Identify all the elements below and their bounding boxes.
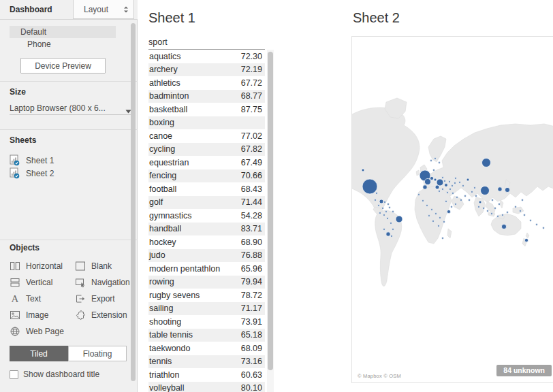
map-bubble[interactable] <box>460 199 462 201</box>
map-bubble[interactable] <box>492 199 494 201</box>
tab-dashboard[interactable]: Dashboard <box>10 5 52 14</box>
map-bubble[interactable] <box>428 215 430 217</box>
map-bubble[interactable] <box>379 199 383 203</box>
map-bubble[interactable] <box>483 208 485 210</box>
map-bubble[interactable] <box>442 238 444 240</box>
table-row[interactable]: rowing79.94 <box>148 276 265 289</box>
unknown-count-badge[interactable]: 84 unknown <box>496 365 552 376</box>
table-row[interactable]: taekwondo68.09 <box>148 342 265 355</box>
object-webpage[interactable]: Web Page <box>10 325 64 338</box>
map-bubble[interactable] <box>424 178 430 184</box>
sidebar-item-sheet1[interactable]: Sheet 1 <box>10 154 125 167</box>
sidebar-item-sheet2[interactable]: Sheet 2 <box>10 167 125 180</box>
sidebar-scrollbar-thumb[interactable] <box>131 23 136 381</box>
map-bubble[interactable] <box>530 220 532 222</box>
table-row[interactable]: equestrian67.49 <box>148 156 265 169</box>
floating-button[interactable]: Floating <box>68 346 127 361</box>
map-bubble[interactable] <box>439 217 441 219</box>
map-bubble[interactable] <box>474 187 476 189</box>
object-export[interactable]: Export <box>75 292 115 306</box>
object-image[interactable]: Image <box>10 308 48 322</box>
table-row[interactable]: gymnastics54.28 <box>148 209 265 223</box>
map-bubble[interactable] <box>455 203 457 206</box>
map-bubble[interactable] <box>471 191 473 193</box>
map-bubble[interactable] <box>392 229 394 231</box>
map-bubble[interactable] <box>524 238 528 242</box>
map-bubble[interactable] <box>439 162 441 164</box>
map-bubble[interactable] <box>383 229 385 231</box>
table-row[interactable]: handball83.71 <box>148 223 265 236</box>
map-bubble[interactable] <box>481 186 490 195</box>
map-bubble[interactable] <box>378 205 380 207</box>
map-bubble[interactable] <box>437 179 443 186</box>
table-row[interactable]: fencing70.66 <box>148 169 265 183</box>
map-bubble[interactable] <box>382 208 384 210</box>
map-bubble[interactable] <box>435 185 439 189</box>
table-row[interactable]: canoe77.02 <box>148 129 265 143</box>
map-attribution[interactable]: © Mapbox © OSM <box>358 373 401 379</box>
map-bubble[interactable] <box>423 185 427 189</box>
map-bubble[interactable] <box>449 189 452 191</box>
map-bubble[interactable] <box>515 206 517 208</box>
map-bubble[interactable] <box>449 181 451 183</box>
table-row[interactable]: judo76.88 <box>148 249 265 263</box>
map-bubble[interactable] <box>433 169 435 172</box>
table-row[interactable]: cycling67.82 <box>148 143 265 157</box>
map-bubble[interactable] <box>494 208 496 210</box>
map-bubble[interactable] <box>445 184 448 187</box>
map-bubble[interactable] <box>475 195 477 197</box>
map-bubble[interactable] <box>478 206 480 208</box>
map-bubble[interactable] <box>502 214 504 216</box>
object-navigation[interactable]: Navigation <box>75 276 130 289</box>
map-bubble[interactable] <box>452 193 454 195</box>
map-bubble[interactable] <box>491 213 493 215</box>
map-bubble[interactable] <box>454 182 456 184</box>
map-bubble[interactable] <box>456 197 458 199</box>
table-row[interactable]: aquatics72.30 <box>148 50 265 63</box>
table-scrollbar[interactable] <box>267 50 274 392</box>
map-bubble[interactable] <box>447 210 450 213</box>
map-bubble[interactable] <box>469 199 471 201</box>
map-bubble[interactable] <box>498 187 502 191</box>
map-bubble[interactable] <box>444 180 446 182</box>
map-bubble[interactable] <box>442 189 444 191</box>
sport-column-header[interactable]: sport <box>148 37 265 47</box>
object-horizontal[interactable]: Horizontal <box>10 259 63 273</box>
map-bubble[interactable] <box>386 232 390 236</box>
map-bubble[interactable] <box>507 212 509 214</box>
map-bubble[interactable] <box>467 178 469 181</box>
map-bubble[interactable] <box>384 201 386 203</box>
map-bubble[interactable] <box>434 158 437 160</box>
map-bubble[interactable] <box>479 201 481 203</box>
world-map[interactable]: © Mapbox © OSM 84 unknown <box>351 36 553 383</box>
table-scrollbar-thumb[interactable] <box>268 52 273 370</box>
table-row[interactable]: table tennis65.18 <box>148 329 265 342</box>
map-bubble[interactable] <box>522 199 524 201</box>
show-dashboard-title-checkbox-row[interactable]: Show dashboard title <box>10 370 99 379</box>
table-row[interactable]: sailing71.17 <box>148 302 265 316</box>
map-bubble[interactable] <box>418 194 420 196</box>
map-bubble[interactable] <box>430 176 433 180</box>
map-bubble[interactable] <box>543 227 545 229</box>
map-bubble[interactable] <box>499 203 501 206</box>
table-row[interactable]: archery72.19 <box>148 63 265 77</box>
map-bubble[interactable] <box>459 182 461 184</box>
map-bubble[interactable] <box>426 205 428 207</box>
map-bubble[interactable] <box>438 225 440 227</box>
map-bubble[interactable] <box>383 214 385 216</box>
map-bubble[interactable] <box>487 210 489 212</box>
object-extension[interactable]: Extension <box>75 308 127 322</box>
map-bubble[interactable] <box>452 185 454 187</box>
map-bubble[interactable] <box>464 195 467 197</box>
table-row[interactable]: athletics67.72 <box>148 76 265 90</box>
map-bubble[interactable] <box>362 179 377 194</box>
map-bubble[interactable] <box>431 209 433 211</box>
map-bubble[interactable] <box>524 214 526 216</box>
device-preview-button[interactable]: Device Preview <box>20 58 106 74</box>
object-text[interactable]: A Text <box>10 292 41 306</box>
table-row[interactable]: football68.43 <box>148 182 265 196</box>
map-bubble[interactable] <box>443 221 445 223</box>
table-row[interactable]: triathlon60.63 <box>148 368 265 382</box>
map-bubble[interactable] <box>482 159 491 167</box>
device-phone-item[interactable]: Phone <box>27 39 51 50</box>
